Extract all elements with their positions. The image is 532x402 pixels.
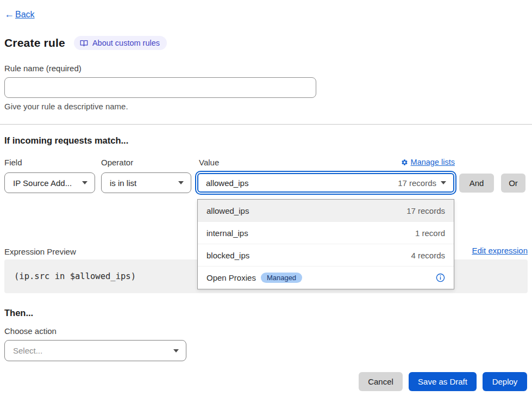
manage-lists-link[interactable]: Manage lists	[401, 158, 455, 166]
and-button[interactable]: And	[459, 174, 494, 193]
chevron-down-icon	[178, 181, 184, 184]
then-section-heading: Then...	[4, 308, 33, 318]
about-custom-rules-label: About custom rules	[92, 39, 160, 47]
section-divider	[0, 124, 532, 125]
cancel-button[interactable]: Cancel	[359, 372, 403, 391]
list-option-records: 1 record	[415, 228, 445, 238]
chevron-down-icon	[82, 181, 87, 184]
operator-select-value: is in list	[110, 178, 136, 188]
operator-label: Operator	[101, 158, 133, 167]
list-option-name: internal_ips	[206, 228, 248, 238]
action-select[interactable]: Select...	[4, 340, 186, 361]
choose-action-label: Choose action	[4, 326, 57, 336]
info-icon[interactable]	[436, 273, 445, 282]
operator-select[interactable]: is in list	[101, 172, 191, 193]
list-option-allowed-ips[interactable]: allowed_ips 17 records	[198, 200, 454, 222]
book-icon	[80, 39, 88, 47]
value-combobox[interactable]: allowed_ips 17 records	[195, 171, 456, 195]
edit-expression-link[interactable]: Edit expression	[472, 246, 528, 255]
title-row: Create rule About custom rules	[4, 36, 167, 50]
about-custom-rules-link[interactable]: About custom rules	[74, 36, 167, 50]
list-option-name: allowed_ips	[206, 206, 249, 215]
rule-name-input[interactable]	[4, 77, 316, 98]
action-select-placeholder: Select...	[13, 346, 42, 355]
match-section-heading: If incoming requests match...	[4, 135, 128, 146]
field-label: Field	[4, 158, 22, 167]
value-combobox-inner: allowed_ips 17 records	[197, 173, 454, 193]
list-option-open-proxies[interactable]: Open Proxies Managed	[198, 267, 454, 289]
value-combobox-value: allowed_ips	[206, 178, 248, 188]
list-option-records: 4 records	[411, 251, 445, 260]
manage-lists-label: Manage lists	[411, 158, 455, 166]
back-link[interactable]: ← Back	[4, 9, 35, 20]
expression-preview-label: Expression Preview	[4, 247, 76, 256]
managed-badge: Managed	[261, 273, 302, 283]
field-select[interactable]: IP Source Add...	[4, 172, 95, 193]
list-option-name: blocked_ips	[206, 251, 249, 260]
value-records-count: 17 records	[398, 178, 436, 188]
list-option-blocked-ips[interactable]: blocked_ips 4 records	[198, 244, 454, 267]
rule-name-label: Rule name (required)	[4, 64, 82, 73]
value-combobox-meta: 17 records	[398, 178, 446, 188]
back-arrow-icon: ←	[4, 9, 14, 20]
chevron-down-icon	[441, 181, 446, 184]
rule-name-helper-text: Give your rule a descriptive name.	[4, 102, 128, 111]
list-option-name: Open Proxies	[206, 273, 256, 282]
or-button[interactable]: Or	[501, 174, 525, 193]
value-dropdown-panel: allowed_ips 17 records internal_ips 1 re…	[197, 199, 454, 289]
deploy-button[interactable]: Deploy	[483, 372, 527, 391]
gear-icon	[401, 159, 408, 166]
list-option-internal-ips[interactable]: internal_ips 1 record	[198, 222, 454, 244]
list-option-open-proxies-left: Open Proxies Managed	[206, 273, 302, 283]
value-label: Value	[199, 158, 219, 167]
chevron-down-icon	[173, 349, 179, 352]
back-link-label: Back	[15, 10, 35, 20]
save-as-draft-button[interactable]: Save as Draft	[409, 372, 477, 391]
page-title: Create rule	[4, 36, 65, 50]
list-option-records: 17 records	[406, 206, 445, 215]
field-select-value: IP Source Add...	[13, 178, 72, 188]
expression-code: (ip.src in $allowed_ips)	[14, 271, 136, 281]
